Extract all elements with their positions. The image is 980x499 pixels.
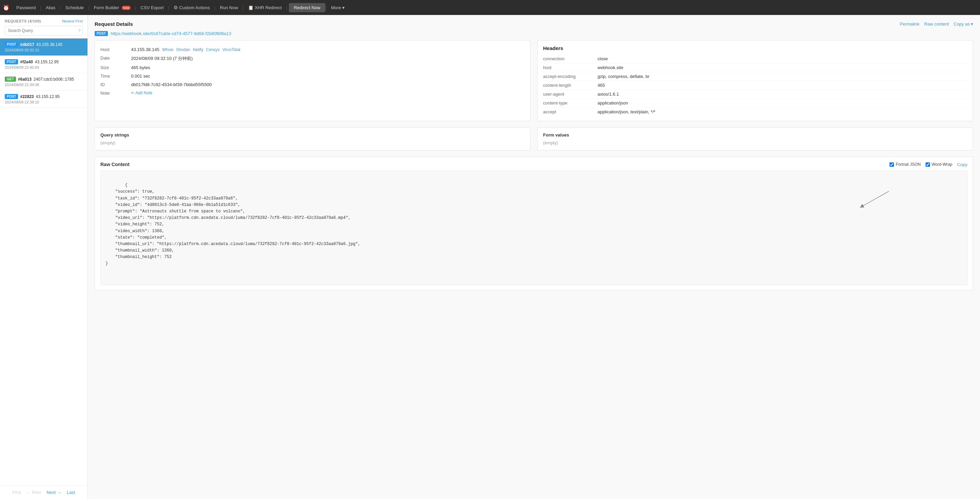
detail-panel: Host 43.155.38.145 Whois Shodan Netify C…: [95, 40, 530, 121]
search-input[interactable]: [5, 26, 83, 35]
permalink-link[interactable]: Permalink: [900, 21, 920, 27]
sidebar-header: REQUESTS (4/100) Newest First ?: [0, 15, 88, 38]
virustotal-link[interactable]: VirusTotal: [223, 47, 240, 52]
form-values-panel: Form values (empty): [537, 127, 973, 150]
method-badge-url: POST: [95, 31, 108, 36]
nav-alias[interactable]: Alias: [41, 3, 59, 12]
word-wrap-label[interactable]: Word-Wrap: [926, 162, 953, 167]
clock-icon: ⏰: [3, 5, 10, 11]
nav-csv-export[interactable]: CSV Export: [137, 3, 168, 12]
add-note-button[interactable]: ✏ Add Note: [131, 91, 525, 95]
table-row: Size 465 bytes: [100, 63, 525, 72]
list-item[interactable]: GET #6a013 2407:cdc0:b006::1785 2024/08/…: [0, 73, 88, 91]
detail-table: Host 43.155.38.145 Whois Shodan Netify C…: [100, 45, 525, 97]
nav-schedule[interactable]: Schedule: [61, 3, 88, 12]
table-row: Host 43.155.38.145 Whois Shodan Netify C…: [100, 45, 525, 54]
request-ip: 43.155.12.95: [35, 59, 59, 64]
form-values-title: Form values: [543, 132, 967, 137]
nav-sep-1: |: [40, 5, 41, 10]
query-strings-title: Query strings: [100, 132, 525, 137]
query-form-row: Query strings (empty) Form values (empty…: [95, 127, 973, 150]
svg-line-0: [862, 191, 889, 207]
copy-raw-button[interactable]: Copy: [957, 162, 967, 167]
netify-link[interactable]: Netify: [193, 47, 204, 52]
list-item[interactable]: POST #22823 43.155.12.95 2024/08/08 22:3…: [0, 91, 88, 108]
word-wrap-text: Word-Wrap: [932, 162, 953, 167]
top-nav: ⏰ Password | Alias | Schedule | Form Bui…: [0, 0, 980, 15]
request-time: 2024/08/09 09:32:10: [5, 48, 83, 52]
request-ip: 43.155.12.95: [36, 94, 60, 99]
request-url[interactable]: https://webhook.site/0c87ca0e-cd74-4577-…: [111, 31, 231, 36]
table-row: accept application/json, text/plain, */*: [543, 108, 967, 116]
headers-panel: Headers connection close host webhook.si…: [537, 40, 973, 121]
request-time: 2024/08/08 22:40:04: [5, 65, 83, 69]
new-badge: New: [122, 6, 130, 10]
nav-sep-2: |: [60, 5, 61, 10]
raw-content-link[interactable]: Raw content: [924, 21, 949, 27]
field-key: Date: [100, 54, 131, 63]
shodan-link[interactable]: Shodan: [176, 47, 190, 52]
prev-page-button[interactable]: ← Prev: [27, 490, 41, 495]
table-row: Date 2024/08/09 09:32:10 (7 分钟前): [100, 54, 525, 63]
nav-sep-8: |: [286, 5, 287, 10]
censys-link[interactable]: Censys: [206, 47, 220, 52]
format-json-checkbox[interactable]: [889, 163, 894, 167]
header-key: host: [543, 63, 598, 72]
field-key: Time: [100, 72, 131, 80]
request-ip: 43.155.38.145: [37, 42, 63, 47]
sidebar-search-container: ?: [5, 26, 83, 35]
list-item[interactable]: POST #f2a40 43.155.12.95 2024/08/08 22:4…: [0, 56, 88, 73]
raw-content-body: { "success": true, "task_id": "732f8282-…: [100, 171, 967, 285]
main-layout: REQUESTS (4/100) Newest First ? POST #db…: [0, 15, 980, 499]
last-page-button[interactable]: Last: [67, 490, 75, 495]
query-strings-panel: Query strings (empty): [95, 127, 530, 150]
host-links: Whois Shodan Netify Censys VirusTotal: [162, 47, 240, 52]
request-details-header: Request Details Permalink Raw content Co…: [95, 21, 973, 27]
word-wrap-checkbox[interactable]: [926, 163, 930, 167]
header-value: application/json, text/plain, */*: [598, 108, 967, 116]
field-value-time: 0.001 sec: [131, 72, 525, 80]
url-row: POST https://webhook.site/0c87ca0e-cd74-…: [95, 31, 973, 36]
host-ip: 43.155.38.145: [131, 47, 159, 52]
content-area: Request Details Permalink Raw content Co…: [88, 15, 980, 499]
next-page-button[interactable]: Next →: [47, 490, 61, 495]
header-key: accept-encoding: [543, 72, 598, 81]
header-value: axios/1.6.1: [598, 90, 967, 99]
field-value-date: 2024/08/09 09:32:10 (7 分钟前): [131, 54, 525, 63]
form-values-empty: (empty): [543, 140, 558, 145]
request-item-header: POST #db017 43.155.38.145: [5, 42, 83, 47]
search-help-icon[interactable]: ?: [78, 28, 81, 33]
nav-run-now[interactable]: Run Now: [216, 3, 242, 12]
list-item[interactable]: POST #db017 43.155.38.145 2024/08/09 09:…: [0, 38, 88, 56]
section-actions: Permalink Raw content Copy as ▾: [900, 21, 973, 27]
field-key: ID: [100, 80, 131, 89]
nav-more[interactable]: More ▾: [327, 3, 349, 12]
newest-first[interactable]: Newest First: [62, 19, 83, 23]
header-value: 465: [598, 81, 967, 90]
whois-link[interactable]: Whois: [162, 47, 173, 52]
requests-count: REQUESTS (4/100): [5, 19, 41, 23]
header-key: content-type: [543, 99, 598, 108]
format-json-label[interactable]: Format JSON: [889, 162, 920, 167]
copy-as-button[interactable]: Copy as ▾: [953, 21, 973, 27]
gear-icon: ⚙: [173, 5, 178, 10]
field-value-size: 465 bytes: [131, 63, 525, 72]
arrow-annotation: [851, 190, 892, 210]
table-row: ID db017fd8-7c92-4534-bf39-7bbbd55f5500: [100, 80, 525, 89]
request-id: #6a013: [18, 77, 32, 82]
nav-sep-4: |: [135, 5, 136, 10]
nav-redirect-now[interactable]: Redirect Now: [289, 3, 325, 12]
nav-password[interactable]: Password: [12, 3, 40, 12]
header-value: gzip, compress, deflate, br: [598, 72, 967, 81]
first-page-button[interactable]: First: [12, 490, 21, 495]
field-value: 43.155.38.145 Whois Shodan Netify Censys…: [131, 45, 525, 54]
sidebar-footer: First ← Prev Next → Last: [0, 485, 88, 499]
nav-xhr-redirect[interactable]: 📋 XHR Redirect: [244, 3, 286, 12]
raw-controls: Format JSON Word-Wrap Copy: [889, 162, 967, 167]
nav-form-builder[interactable]: Form Builder New: [90, 3, 135, 12]
headers-table: connection close host webhook.site accep…: [543, 54, 967, 116]
nav-custom-actions[interactable]: ⚙Custom Actions: [169, 3, 214, 12]
copy-as-label: Copy as: [953, 21, 970, 27]
header-key: user-agent: [543, 90, 598, 99]
table-row: Time 0.001 sec: [100, 72, 525, 80]
